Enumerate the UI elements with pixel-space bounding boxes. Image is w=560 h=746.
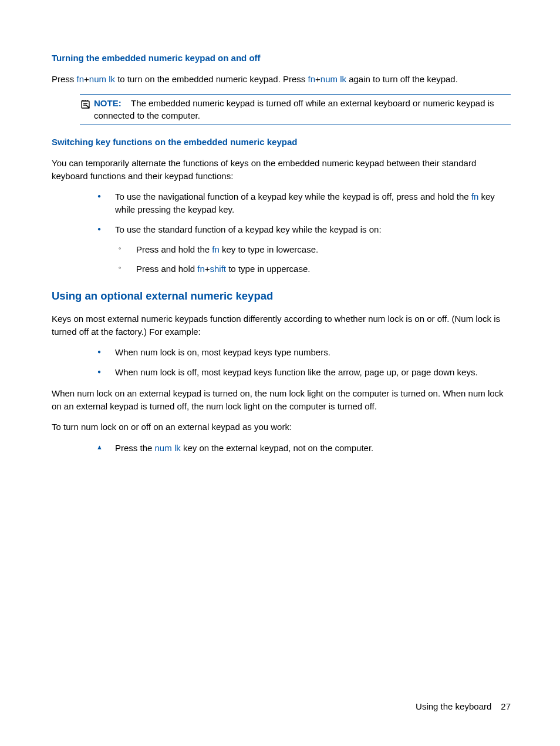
heading-switching-functions: Switching key functions on the embedded … (52, 136, 511, 149)
key-numlk: num lk (321, 74, 346, 84)
text: + (84, 74, 89, 84)
text: To use the standard function of a keypad… (115, 224, 382, 234)
paragraph: When num lock on an external keypad is t… (52, 387, 511, 413)
text: to turn on the embedded numeric keypad. … (115, 74, 308, 84)
footer-title: Using the keyboard (416, 701, 491, 711)
document-page: Turning the embedded numeric keypad on a… (0, 0, 560, 746)
heading-external-keypad: Using an optional external numeric keypa… (52, 288, 511, 304)
list-item: Press and hold fn+shift to type in upper… (115, 263, 511, 275)
note-icon (80, 98, 94, 113)
list-item: When num lock is on, most keypad keys ty… (94, 346, 511, 359)
text: key on the external keypad, not on the c… (181, 443, 374, 453)
text: Press and hold the (136, 244, 212, 254)
key-fn: fn (212, 244, 220, 254)
key-fn: fn (77, 74, 85, 84)
list-item: Press the num lk key on the external key… (94, 442, 511, 455)
sub-list: Press and hold the fn key to type in low… (115, 243, 511, 276)
note-label: NOTE: (94, 98, 122, 108)
bullet-list: To use the navigational function of a ke… (94, 190, 511, 275)
heading-turning-keypad: Turning the embedded numeric keypad on a… (52, 52, 511, 65)
key-fn: fn (471, 191, 479, 201)
note-callout: NOTE: The embedded numeric keypad is tur… (80, 94, 511, 126)
key-fn: fn (308, 74, 316, 84)
note-text: NOTE: The embedded numeric keypad is tur… (94, 97, 511, 123)
page-number: 27 (501, 701, 511, 711)
paragraph: Keys on most external numeric keypads fu… (52, 312, 511, 338)
paragraph: Press fn+num lk to turn on the embedded … (52, 73, 511, 86)
list-item: To use the standard function of a keypad… (94, 223, 511, 275)
text (124, 98, 131, 108)
text: to type in uppercase. (226, 264, 310, 274)
paragraph: You can temporarily alternate the functi… (52, 157, 511, 183)
text: + (315, 74, 321, 84)
text: The embedded numeric keypad is turned of… (94, 98, 494, 121)
text: To use the navigational function of a ke… (115, 191, 471, 201)
step-list: Press the num lk key on the external key… (94, 442, 511, 455)
key-numlk: num lk (155, 443, 181, 453)
paragraph: To turn num lock on or off on an externa… (52, 421, 511, 434)
text: Press (52, 74, 77, 84)
list-item: To use the navigational function of a ke… (94, 190, 511, 216)
bullet-list: When num lock is on, most keypad keys ty… (94, 346, 511, 379)
text: key to type in lowercase. (220, 244, 318, 254)
text: + (205, 264, 210, 274)
text: Press and hold (136, 264, 197, 274)
key-shift: shift (210, 264, 227, 274)
text: again to turn off the keypad. (346, 74, 458, 84)
list-item: When num lock is off, most keypad keys f… (94, 366, 511, 379)
text: Press the (115, 443, 155, 453)
key-fn: fn (197, 264, 205, 274)
list-item: Press and hold the fn key to type in low… (115, 243, 511, 256)
page-footer: Using the keyboard27 (416, 700, 511, 713)
key-numlk: num lk (89, 74, 115, 84)
